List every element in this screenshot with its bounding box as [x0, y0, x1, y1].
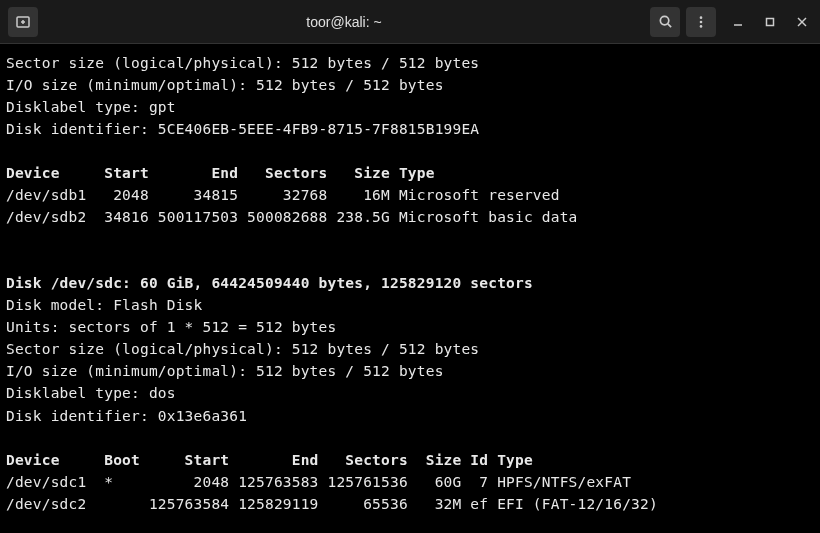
kebab-menu-icon [694, 15, 708, 29]
disk2-header: Disk /dev/sdc: 60 GiB, 64424509440 bytes… [6, 272, 814, 294]
disk2-disklabel: Disklabel type: dos [6, 382, 814, 404]
close-button[interactable] [792, 12, 812, 32]
blank-line [6, 228, 814, 250]
window-titlebar: toor@kali: ~ [0, 0, 820, 44]
titlebar-right [650, 7, 812, 37]
search-button[interactable] [650, 7, 680, 37]
window-title: toor@kali: ~ [38, 14, 650, 30]
terminal-output[interactable]: Sector size (logical/physical): 512 byte… [0, 44, 820, 523]
disk2-identifier: Disk identifier: 0x13e6a361 [6, 405, 814, 427]
svg-point-6 [700, 20, 703, 23]
disk2-table-header: Device Boot Start End Sectors Size Id Ty… [6, 449, 814, 471]
minimize-button[interactable] [728, 12, 748, 32]
close-icon [797, 17, 807, 27]
menu-button[interactable] [686, 7, 716, 37]
titlebar-left [8, 7, 38, 37]
search-icon [658, 14, 673, 29]
disk2-partition-row: /dev/sdc1 * 2048 125763583 125761536 60G… [6, 471, 814, 493]
maximize-button[interactable] [760, 12, 780, 32]
disk2-model: Disk model: Flash Disk [6, 294, 814, 316]
disk2-partition-row: /dev/sdc2 125763584 125829119 65536 32M … [6, 493, 814, 515]
disk1-partition-row: /dev/sdb1 2048 34815 32768 16M Microsoft… [6, 184, 814, 206]
svg-point-3 [660, 16, 668, 24]
disk1-disklabel: Disklabel type: gpt [6, 96, 814, 118]
disk1-sector-size: Sector size (logical/physical): 512 byte… [6, 52, 814, 74]
disk1-partition-row: /dev/sdb2 34816 500117503 500082688 238.… [6, 206, 814, 228]
blank-line [6, 140, 814, 162]
new-tab-button[interactable] [8, 7, 38, 37]
disk2-io-size: I/O size (minimum/optimal): 512 bytes / … [6, 360, 814, 382]
svg-rect-9 [767, 18, 774, 25]
disk1-io-size: I/O size (minimum/optimal): 512 bytes / … [6, 74, 814, 96]
disk2-units: Units: sectors of 1 * 512 = 512 bytes [6, 316, 814, 338]
disk2-sector-size: Sector size (logical/physical): 512 byte… [6, 338, 814, 360]
disk1-identifier: Disk identifier: 5CE406EB-5EEE-4FB9-8715… [6, 118, 814, 140]
svg-line-4 [667, 24, 670, 27]
minimize-icon [733, 17, 743, 27]
disk1-table-header: Device Start End Sectors Size Type [6, 162, 814, 184]
svg-point-5 [700, 16, 703, 19]
svg-point-7 [700, 25, 703, 28]
blank-line [6, 250, 814, 272]
blank-line [6, 427, 814, 449]
maximize-icon [765, 17, 775, 27]
new-tab-icon [15, 14, 31, 30]
